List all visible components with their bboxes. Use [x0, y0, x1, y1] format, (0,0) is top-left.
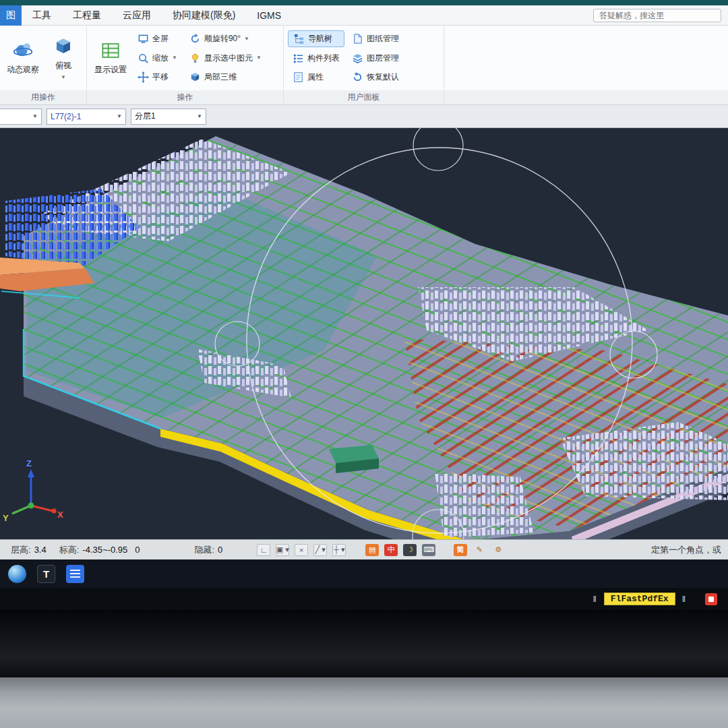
- axis-origin: [28, 503, 34, 509]
- cube-icon: [189, 71, 201, 83]
- bulb-icon: [189, 53, 201, 64]
- ribbon-group-operations: 显示设置 全屏 缩放 ▼ 平移: [87, 26, 284, 90]
- drawing-management-button[interactable]: 图纸管理: [347, 30, 404, 47]
- navigation-tree-button[interactable]: 导航树: [288, 30, 344, 47]
- left-cropped-combo[interactable]: ▼: [0, 109, 42, 125]
- panel-column-2: 图纸管理 图层管理 恢复默认: [347, 29, 404, 87]
- y-axis-label: Y: [3, 513, 9, 523]
- tab-cloud-apps[interactable]: 云应用: [112, 5, 162, 26]
- button-label: 全屏: [152, 33, 169, 44]
- chevron-down-icon[interactable]: ▼: [256, 55, 262, 61]
- taskbar-browser-icon[interactable]: [8, 565, 26, 583]
- line-style-icon[interactable]: ╱ ▾: [313, 544, 327, 556]
- tab-igms[interactable]: IGMS: [246, 5, 292, 26]
- fullscreen-button[interactable]: 全屏: [133, 30, 182, 47]
- ime-keyboard-icon[interactable]: ⌨: [422, 544, 435, 556]
- restore-default-button[interactable]: 恢复默认: [347, 69, 404, 86]
- layer-selector-combo[interactable]: 分层1 ▼: [131, 109, 206, 125]
- tab-quantity[interactable]: 工程量: [62, 5, 112, 26]
- button-label: 缩放: [152, 53, 169, 64]
- tray-red-app-icon[interactable]: [705, 593, 717, 605]
- pause-mark-icon: ‖: [682, 594, 686, 604]
- tab-tools[interactable]: 工具: [22, 5, 62, 26]
- button-label: 显示选中图元: [204, 53, 253, 64]
- ortho-mode-icon[interactable]: ∟: [257, 544, 270, 556]
- button-label: 平移: [152, 71, 169, 83]
- sheet-icon: [352, 33, 363, 44]
- monitor-bezel: [0, 610, 728, 677]
- cube-icon: [53, 36, 73, 57]
- properties-doc-icon: [293, 71, 304, 83]
- group-label-spacer: [444, 90, 728, 104]
- ribbon: 动态观察 俯视 ▼ 显示设置 全屏 缩放 ▼: [0, 26, 728, 90]
- hidden-count-label: 隐藏:: [194, 544, 214, 556]
- 3d-viewport[interactable]: Z Y X: [0, 128, 728, 539]
- show-selected-elements-button[interactable]: 显示选中图元 ▼: [185, 50, 266, 67]
- magnifier-icon: [138, 53, 149, 64]
- button-label: 动态观察: [7, 64, 39, 75]
- orbit-icon: [13, 40, 33, 61]
- crosshair-tool-icon[interactable]: ┼ ▾: [332, 544, 346, 556]
- pencil-icon[interactable]: ✎: [473, 544, 486, 556]
- gear-icon[interactable]: ⚙: [491, 544, 505, 556]
- chevron-down-icon[interactable]: ▼: [172, 55, 177, 61]
- top-view-button[interactable]: 俯视 ▼: [44, 29, 82, 87]
- list-icon: [293, 53, 304, 64]
- ime-halfwidth-moon-icon[interactable]: ☽: [403, 544, 417, 556]
- properties-button[interactable]: 属性: [288, 69, 344, 86]
- component-list-button[interactable]: 构件列表: [288, 50, 344, 67]
- desk-surface: [0, 677, 728, 728]
- simplified-chinese-icon[interactable]: 简: [454, 544, 467, 556]
- zoom-button[interactable]: 缩放 ▼: [133, 50, 182, 67]
- group-label-operations: 操作: [87, 90, 284, 104]
- chevron-down-icon[interactable]: ▼: [61, 75, 66, 80]
- pan-button[interactable]: 平移: [133, 69, 182, 86]
- pause-mark-icon: ‖: [593, 594, 597, 604]
- help-search-input[interactable]: [593, 9, 721, 22]
- x-axis-label: X: [57, 510, 63, 520]
- combo-value: 分层1: [135, 111, 156, 122]
- ops-column-2: 顺旋转90° ▼ 显示选中图元 ▼ 局部三维: [185, 29, 266, 87]
- layer-management-button[interactable]: 图层管理: [347, 50, 404, 67]
- taskbar-doc-app-icon[interactable]: [66, 565, 84, 583]
- settings-table-icon: [100, 40, 121, 61]
- floor-height-label: 层高:: [11, 544, 31, 556]
- command-prompt-text: 定第一个角点，或: [651, 544, 723, 556]
- button-label: 图层管理: [367, 53, 399, 64]
- floor-selector-combo[interactable]: L77(2)-1 ▼: [47, 109, 126, 125]
- group-label-user-panel: 用户面板: [284, 90, 444, 104]
- 3d-model-canvas[interactable]: Z Y X: [0, 128, 728, 539]
- button-label: 局部三维: [204, 71, 237, 83]
- display-settings-button[interactable]: 显示设置: [91, 29, 130, 87]
- hidden-count-value: 0: [218, 545, 222, 555]
- tab-view[interactable]: 图: [0, 5, 22, 26]
- system-tray-strip: ‖ FlFastPdfEx ‖: [0, 588, 728, 610]
- group-label-common-ops: 用操作: [0, 90, 87, 104]
- tab-collab-modeling[interactable]: 协同建模(限免): [162, 5, 246, 26]
- windows-taskbar: T: [0, 559, 728, 588]
- extra-value: 0: [135, 545, 140, 555]
- snap-settings-icon[interactable]: ▣ ▾: [276, 544, 289, 556]
- rotate-90-button[interactable]: 顺旋转90° ▼: [185, 30, 266, 47]
- chevron-down-icon[interactable]: ▼: [244, 36, 249, 42]
- help-search: [593, 9, 721, 22]
- chevron-down-icon: ▼: [117, 113, 122, 119]
- chevron-down-icon: ▼: [32, 113, 38, 119]
- x-axis-tip: [52, 509, 57, 514]
- ribbon-group-user-panel: 导航树 构件列表 属性 图纸管理 图层管理: [284, 26, 444, 90]
- dynamic-observe-button[interactable]: 动态观察: [4, 29, 42, 87]
- ime-chinese-mode-icon[interactable]: 中: [384, 544, 398, 556]
- tree-icon: [293, 33, 305, 44]
- application-window: 图 工具 工程量 云应用 协同建模(限免) IGMS 动态观察 俯视 ▼ 显示设…: [0, 0, 728, 728]
- ribbon-group-labels: 用操作 操作 用户面板: [0, 90, 728, 105]
- partial-3d-button[interactable]: 局部三维: [185, 69, 266, 86]
- panel-column-1: 导航树 构件列表 属性: [288, 29, 344, 87]
- monitor-icon: [138, 33, 149, 44]
- button-label: 显示设置: [94, 64, 127, 75]
- cancel-tool-icon[interactable]: ×: [295, 544, 308, 556]
- button-label: 顺旋转90°: [204, 33, 241, 44]
- chevron-down-icon: ▼: [197, 113, 202, 119]
- menu-bar: 图 工具 工程量 云应用 协同建模(限免) IGMS: [0, 5, 728, 26]
- ime-logo-icon[interactable]: ▤: [365, 544, 379, 556]
- taskbar-t-app-icon[interactable]: T: [37, 565, 55, 583]
